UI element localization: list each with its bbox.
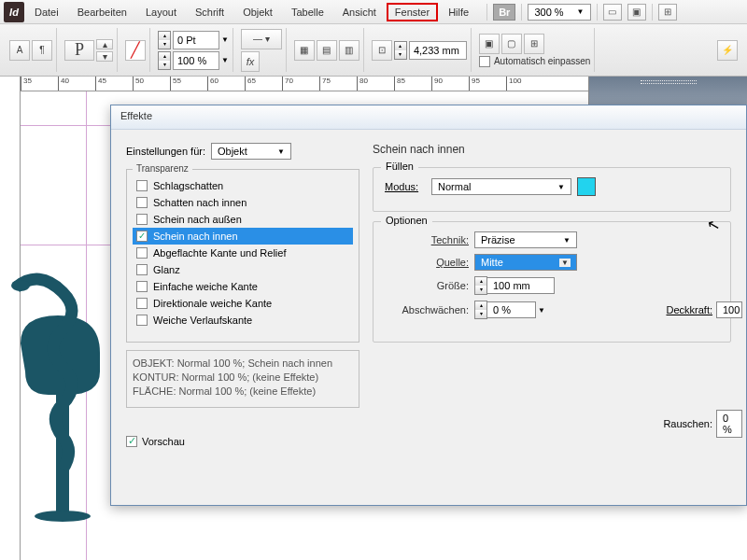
fill-group-label: Füllen: [381, 161, 418, 172]
effect-direktionale-kante[interactable]: Direktionale weiche Kante: [133, 295, 353, 312]
frame-offset-field[interactable]: 4,233 mm: [409, 41, 467, 60]
fit-content-icon[interactable]: ▣: [479, 34, 500, 54]
frame-offset-spinner[interactable]: ▴▾: [394, 41, 407, 60]
soften-field[interactable]: 0 %: [487, 301, 536, 318]
mode-label: Modus:: [385, 181, 426, 192]
preview-checkbox[interactable]: ✓: [126, 436, 137, 447]
source-label: Quelle:: [385, 257, 469, 268]
mode-dropdown[interactable]: Normal ▼: [431, 178, 571, 195]
menu-ansicht[interactable]: Ansicht: [334, 3, 385, 21]
size-spinner[interactable]: ▴▾: [474, 276, 487, 295]
chevron-down-icon: ▼: [563, 236, 571, 245]
checkbox[interactable]: [136, 231, 148, 242]
checkbox[interactable]: [136, 197, 148, 208]
menu-bearbeiten[interactable]: Bearbeiten: [69, 3, 135, 21]
separator: [652, 4, 653, 21]
columns-up-icon[interactable]: ▴: [96, 39, 113, 49]
chevron-down-icon[interactable]: ▼: [538, 306, 545, 315]
menubar: Id Datei Bearbeiten Layout Schrift Objek…: [0, 0, 747, 24]
settings-for-label: Einstellungen für:: [126, 146, 205, 157]
checkbox[interactable]: [136, 264, 148, 275]
color-swatch[interactable]: [577, 177, 596, 196]
menu-datei[interactable]: Datei: [26, 3, 67, 21]
size-field[interactable]: 100 mm: [487, 277, 555, 294]
checkbox[interactable]: [136, 214, 148, 225]
effect-glanz[interactable]: Glanz: [133, 261, 353, 278]
autofit-checkbox[interactable]: [479, 56, 490, 67]
effect-schein-innen[interactable]: Schein nach innen: [133, 228, 353, 245]
checkbox[interactable]: [136, 315, 148, 326]
stroke-weight-spinner[interactable]: ▴▾: [158, 31, 171, 49]
fill-group: Füllen Modus: Normal ▼: [373, 167, 731, 212]
opacity-label: Deckkraft:: [666, 304, 712, 315]
control-toolbar: A ¶ P ▴ ▾ ╱ ▴▾ 0 Pt ▼ ▴▾ 100 % ▼ — ▾ fx: [0, 24, 747, 77]
menu-layout[interactable]: Layout: [137, 3, 185, 21]
view-mode-icon[interactable]: ▭: [603, 4, 622, 21]
noise-field[interactable]: 0 %: [716, 410, 742, 438]
separator: [597, 4, 598, 21]
effect-verlaufskante[interactable]: Weiche Verlaufskante: [133, 312, 353, 329]
para-format-icon[interactable]: ¶: [32, 40, 52, 61]
chevron-down-icon: ▼: [559, 259, 571, 267]
checkbox[interactable]: [136, 180, 148, 191]
lightning-icon[interactable]: ⚡: [717, 40, 738, 61]
columns-down-icon[interactable]: ▾: [96, 51, 113, 62]
arrange-icon[interactable]: ⊞: [658, 4, 677, 21]
effect-summary: OBJEKT: Normal 100 %; Schein nach innen …: [126, 350, 359, 408]
menu-fenster[interactable]: Fenster: [387, 3, 438, 21]
chevron-down-icon[interactable]: ▼: [221, 56, 229, 64]
chevron-down-icon: ▼: [277, 147, 285, 156]
stroke-icon[interactable]: ╱: [125, 40, 146, 61]
fit-frame-icon[interactable]: ▢: [501, 34, 522, 54]
pct-field[interactable]: 100 %: [173, 51, 219, 70]
chevron-down-icon: ▼: [577, 7, 585, 16]
technique-dropdown[interactable]: Präzise ▼: [474, 231, 577, 248]
pct-spinner[interactable]: ▴▾: [158, 51, 171, 70]
menu-schrift[interactable]: Schrift: [187, 3, 233, 21]
stroke-weight-field[interactable]: 0 Pt: [173, 31, 219, 49]
soften-label: Abschwächen:: [385, 304, 469, 315]
section-title: Schein nach innen: [373, 143, 731, 156]
source-dropdown[interactable]: Mitte ▼: [474, 254, 577, 271]
chevron-down-icon: ▼: [557, 183, 565, 191]
char-format-icon[interactable]: A: [9, 40, 30, 61]
menu-tabelle[interactable]: Tabelle: [283, 3, 332, 21]
opacity-field[interactable]: 100: [716, 301, 742, 318]
autofit-label: Automatisch einpassen: [494, 56, 590, 66]
separator: [486, 4, 487, 21]
app-logo: Id: [4, 2, 24, 22]
center-content-icon[interactable]: ⊞: [524, 34, 544, 54]
frame-fit-icon[interactable]: ⊡: [372, 40, 392, 61]
size-label: Größe:: [385, 280, 469, 291]
menu-hilfe[interactable]: Hilfe: [440, 3, 477, 21]
zoom-dropdown[interactable]: 300 % ▼: [528, 4, 590, 21]
effects-dialog: Effekte Einstellungen für: Objekt ▼ Tran…: [110, 105, 747, 506]
paragraph-icon[interactable]: P: [64, 40, 94, 61]
text-wrap-none-icon[interactable]: ▦: [294, 40, 315, 61]
bridge-icon[interactable]: Br: [493, 4, 515, 21]
noise-label: Rauschen:: [663, 418, 712, 429]
effect-schein-aussen[interactable]: Schein nach außen: [133, 211, 353, 228]
technique-label: Technik:: [385, 234, 469, 245]
svg-point-1: [11, 280, 30, 291]
effect-einfache-kante[interactable]: Einfache weiche Kante: [133, 278, 353, 295]
stroke-style-dropdown[interactable]: — ▾: [241, 29, 282, 49]
settings-for-dropdown[interactable]: Objekt ▼: [211, 143, 291, 160]
effect-schatten-innen[interactable]: Schatten nach innen: [133, 194, 353, 211]
preview-label: Vorschau: [142, 436, 185, 447]
menu-objekt[interactable]: Objekt: [234, 3, 281, 21]
effect-kante-relief[interactable]: Abgeflachte Kante und Relief: [133, 245, 353, 261]
fx-icon[interactable]: fx: [241, 51, 260, 72]
text-wrap-bbox-icon[interactable]: ▤: [317, 40, 337, 61]
effect-schlagschatten[interactable]: Schlagschatten: [133, 177, 353, 194]
panel-grip-icon[interactable]: [641, 80, 697, 84]
checkbox[interactable]: [136, 281, 148, 292]
chevron-down-icon[interactable]: ▼: [221, 35, 229, 44]
screen-mode-icon[interactable]: ▣: [627, 4, 646, 21]
options-group-label: Optionen: [381, 215, 432, 226]
separator: [521, 4, 522, 21]
soften-spinner[interactable]: ▴▾: [474, 301, 487, 319]
checkbox[interactable]: [136, 247, 148, 259]
checkbox[interactable]: [136, 298, 148, 309]
text-wrap-shape-icon[interactable]: ▥: [339, 40, 359, 61]
